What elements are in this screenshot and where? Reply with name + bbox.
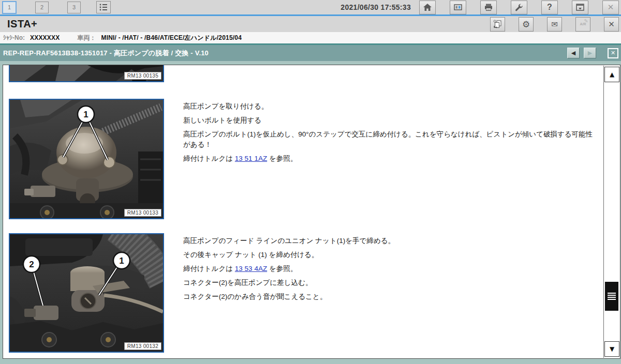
torque-text-suffix: を参照。 bbox=[267, 155, 297, 162]
mail-feedback-button[interactable]: ✉ bbox=[547, 17, 562, 32]
instruction-line: 高圧ポンプのボルト(1)を仮止めし、90°のステップで交互に締め付ける。これを守… bbox=[183, 129, 597, 150]
torque-text-prefix: 締付けトルクは bbox=[183, 155, 235, 162]
figure-rm13-00133[interactable]: 1 RM13 00133 bbox=[9, 99, 164, 219]
torque-link-13511az[interactable]: 13 51 1AZ bbox=[235, 155, 267, 162]
app-titlebar: ISTA+ ⚙ ✉ A/R ✎ ✕ bbox=[0, 16, 621, 32]
close-application-button[interactable]: ✕ bbox=[602, 1, 619, 14]
app-title: ISTA+ bbox=[7, 18, 37, 30]
instruction-line: 新しいボルトを使用する bbox=[183, 115, 597, 126]
nav-previous-button[interactable]: ◀ bbox=[567, 48, 580, 58]
instruction-line: その後キャップ ナット (1) を締め付ける。 bbox=[183, 250, 597, 260]
chassis-number-value: XXXXXXX bbox=[30, 34, 60, 41]
document-title: REP-REP-RAF5613B38-1351017 - 高圧ポンプの脱着 / … bbox=[3, 49, 209, 58]
top-toolbar: 1 2 3 2021/06/30 17:55:33 bbox=[0, 0, 621, 14]
scroll-down-button[interactable]: ▼ bbox=[604, 341, 619, 357]
instruction-line-torque: 締付けトルクは 13 51 1AZ を参照。 bbox=[183, 154, 597, 164]
document-header: REP-REP-RAF5613B38-1351017 - 高圧ポンプの脱着 / … bbox=[0, 45, 621, 61]
torque-link-13534az[interactable]: 13 53 4AZ bbox=[235, 265, 267, 272]
document-content-area: RM13 00135 bbox=[3, 65, 620, 359]
instruction-line-torque: 締付けトルクは 13 53 4AZ を参照。 bbox=[183, 264, 597, 274]
figure-id-label: RM13 00133 bbox=[124, 209, 161, 217]
instruction-line: コネクター(2)のかみ合う音が聞こえること。 bbox=[183, 292, 597, 302]
session-tab-1[interactable]: 1 bbox=[2, 1, 17, 14]
session-list-button[interactable] bbox=[96, 1, 111, 13]
figure-id-label: RM13 00132 bbox=[124, 342, 161, 350]
close-icon: ✕ bbox=[608, 3, 614, 12]
instruction-block-connect: 高圧ポンプのフィード ラインのユニオン ナット(1)を手で締める。 その後キャッ… bbox=[183, 236, 597, 306]
help-icon: ? bbox=[547, 3, 552, 12]
callout-number-1: 1 bbox=[119, 256, 124, 266]
mail-icon: ✉ bbox=[551, 20, 558, 29]
figure-rm13-00135[interactable]: RM13 00135 bbox=[9, 65, 164, 82]
instruction-line: 高圧ポンプを取り付ける。 bbox=[183, 101, 597, 112]
vehicle-spec-value: MINI/ - /HAT/ - /B46/AT/ECE/左ハンドル/2015/0… bbox=[101, 34, 242, 42]
vehicle-info-bar: ｼｬｼ-No: XXXXXXX 車両： MINI/ - /HAT/ - /B46… bbox=[0, 32, 621, 43]
datetime-display: 2021/06/30 17:55:33 bbox=[341, 3, 411, 11]
vertical-scrollbar[interactable]: ▲ ▼ bbox=[603, 66, 619, 358]
engine-photo-pump-bolts: 1 bbox=[10, 100, 163, 218]
document-copy-icon bbox=[493, 20, 503, 29]
scroll-up-button[interactable]: ▲ bbox=[604, 67, 619, 82]
help-button[interactable]: ? bbox=[541, 1, 558, 14]
engine-photo-pump-connector: 2 1 bbox=[10, 234, 163, 352]
settings-button[interactable]: ⚙ bbox=[519, 17, 534, 32]
scrollbar-thumb[interactable] bbox=[605, 282, 618, 311]
home-button[interactable] bbox=[419, 1, 436, 14]
ar-annotation-button[interactable]: A/R ✎ bbox=[575, 17, 590, 32]
workshop-display-button[interactable] bbox=[450, 1, 466, 14]
session-tab-3[interactable]: 3 bbox=[67, 2, 81, 13]
close-icon: ✕ bbox=[608, 20, 615, 29]
dock-window-icon bbox=[575, 3, 585, 11]
torque-text-suffix: を参照。 bbox=[267, 265, 297, 272]
gear-icon: ⚙ bbox=[522, 19, 530, 29]
printer-icon bbox=[484, 3, 493, 11]
close-session-button[interactable]: ✕ bbox=[604, 17, 619, 32]
nav-next-button[interactable]: ▶ bbox=[584, 48, 596, 58]
wrench-icon bbox=[514, 3, 524, 11]
print-button[interactable] bbox=[480, 1, 497, 14]
instruction-block-install: 高圧ポンプを取り付ける。 新しいボルトを使用する 高圧ポンプのボルト(1)を仮止… bbox=[183, 101, 597, 168]
vehicle-label: 車両： bbox=[77, 34, 96, 42]
instruction-line: コネクター(2)を高圧ポンプに差し込む。 bbox=[183, 278, 597, 288]
figure-rm13-00132[interactable]: 2 1 RM13 00132 bbox=[9, 233, 164, 353]
close-document-button[interactable]: ✕ bbox=[608, 48, 618, 58]
figure-id-label: RM13 00135 bbox=[124, 72, 161, 80]
home-icon bbox=[423, 3, 432, 11]
chassis-number-label: ｼｬｼ-No: bbox=[3, 34, 25, 41]
settings-tools-button[interactable] bbox=[511, 1, 527, 14]
document-transfer-button[interactable] bbox=[490, 17, 505, 32]
list-icon bbox=[99, 3, 108, 11]
torque-text-prefix: 締付けトルクは bbox=[183, 265, 235, 272]
ar-pencil-icon: A/R ✎ bbox=[580, 22, 586, 26]
callout-number-1: 1 bbox=[83, 110, 88, 119]
callout-number-2: 2 bbox=[29, 260, 34, 269]
display-icon bbox=[453, 3, 463, 11]
session-tab-2[interactable]: 2 bbox=[35, 2, 49, 13]
scrollbar-grip-icon bbox=[608, 293, 616, 300]
minimize-dock-button[interactable] bbox=[572, 1, 588, 14]
instruction-line: 高圧ポンプのフィード ラインのユニオン ナット(1)を手で締める。 bbox=[183, 236, 597, 246]
